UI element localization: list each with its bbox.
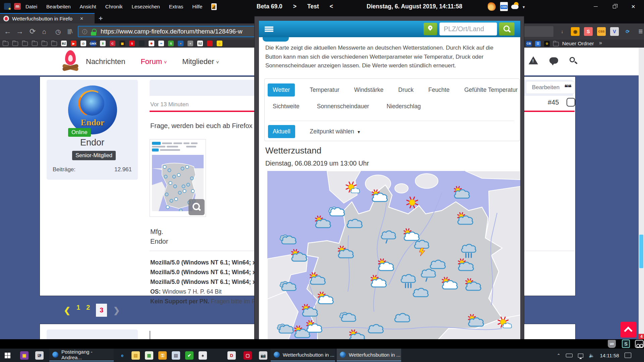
weather-icon[interactable] [511, 2, 520, 11]
v-extension-icon[interactable]: V [610, 27, 619, 36]
css-extension-icon[interactable]: CSS [597, 27, 606, 36]
taskbar-firefox-button-1[interactable]: Wetterfuchsbutton in ... [271, 349, 335, 361]
bookmark-icon[interactable]: ▦ [119, 41, 125, 46]
chevron-down-icon[interactable]: ▼ [522, 5, 526, 9]
tab-sonnenscheindauer[interactable]: Sonnenscheindauer [317, 103, 369, 110]
clock[interactable]: 14:11:58 [600, 353, 619, 358]
bookmark-icon[interactable]: ✑ [158, 41, 164, 46]
start-button[interactable] [5, 353, 10, 358]
scroll-to-top-button[interactable] [621, 322, 636, 338]
camera-icon[interactable]: 📷 [259, 351, 267, 360]
bookmarks-overflow-icon[interactable]: » [599, 40, 601, 46]
quote-icon[interactable]: ❝❝ [564, 83, 571, 92]
forward-button[interactable]: → [16, 23, 23, 40]
browser-tab[interactable]: Wetterfuchsbutton in Firefo ✕ [0, 13, 95, 23]
tab-windstärke[interactable]: Windstärke [354, 86, 384, 94]
geolocation-button[interactable] [424, 23, 437, 35]
scroll-icon[interactable]: S [584, 27, 593, 36]
sync-icon[interactable]: ⟳ [623, 27, 632, 36]
bookmark-icon[interactable] [139, 41, 145, 46]
check-icon[interactable]: ✔ [185, 351, 194, 360]
hamburger-menu-icon[interactable] [265, 26, 273, 32]
minimize-button[interactable] [588, 0, 603, 13]
tab-gefühlte-temperatur[interactable]: Gefühlte Temperatur [464, 86, 518, 94]
folder-icon[interactable] [12, 42, 18, 46]
site-info-icon[interactable]: i [82, 29, 87, 34]
edit-button[interactable]: Bearbeiten ❝❝ [526, 81, 575, 94]
menu-lesezeichen[interactable]: Lesezeichen [131, 4, 160, 9]
post-number[interactable]: #45 [548, 99, 559, 106]
menu-datei[interactable]: Datei [25, 4, 37, 9]
tray-chevron-icon[interactable]: ⌃ [557, 353, 560, 358]
close-button[interactable]: ✕ [626, 0, 641, 13]
taskbar-firefox-button-2[interactable]: Wetterfuchsbutton in ... [337, 349, 401, 361]
tab-wetter[interactable]: Wetter [268, 83, 295, 97]
post-thumbnail[interactable] [150, 139, 206, 217]
chat-icon[interactable] [549, 57, 558, 64]
tab-druck[interactable]: Druck [398, 86, 414, 94]
folder-icon[interactable] [42, 42, 47, 46]
campfire-logo[interactable] [62, 50, 79, 74]
cards-icon[interactable]: ♠ [199, 351, 207, 360]
aktuell-button[interactable]: Aktuell [268, 125, 295, 138]
page-2[interactable]: 2 [86, 304, 90, 317]
page-1[interactable]: 1 [76, 304, 80, 317]
forum-nav-mitglieder[interactable]: Mitglieder˅ [182, 57, 219, 66]
tab-close-icon[interactable]: ✕ [80, 16, 84, 21]
tab-temperatur[interactable]: Temperatur [310, 86, 339, 94]
bookmark-icon[interactable]: BZ [61, 41, 67, 46]
action-center-icon[interactable] [625, 353, 631, 358]
page-3[interactable]: 3 [96, 304, 107, 317]
bookmark-icon[interactable]: ● [187, 41, 193, 46]
forum-search-icon[interactable] [570, 57, 575, 62]
username[interactable]: Endor [47, 137, 138, 148]
bookmark-icon[interactable]: ■ [207, 41, 213, 46]
taskbar-thunderbird-button[interactable]: Posteingang - Andrea... [49, 349, 114, 361]
keepass-icon[interactable]: ⚿ [158, 351, 167, 360]
bookmark-icon[interactable]: ● [178, 41, 183, 46]
bookmark-icon[interactable]: S [168, 41, 174, 46]
bookmark-icon[interactable]: S [129, 41, 135, 46]
explorer-icon[interactable]: ▤ [131, 351, 140, 360]
next-page-icon[interactable]: ❯ [113, 306, 120, 315]
d-icon[interactable]: D [227, 351, 236, 360]
folder-icon[interactable] [553, 42, 559, 46]
folder-icon[interactable] [32, 42, 38, 46]
bookmark-icon[interactable]: @ [80, 41, 86, 46]
zoom-icon[interactable] [189, 199, 205, 215]
notepad-icon[interactable]: ▤ [172, 351, 180, 360]
bookmark-icon[interactable]: C [110, 41, 115, 46]
colorful-app-icon[interactable]: ▣ [20, 351, 29, 360]
library-button[interactable]: |||\ [67, 23, 72, 40]
bookmark-icon[interactable]: SZ [197, 41, 203, 46]
forum-nav-nachrichten[interactable]: Nachrichten [86, 57, 125, 66]
menu-ansicht[interactable]: Ansicht [80, 4, 96, 9]
post-checkbox[interactable] [567, 98, 575, 107]
alert-icon[interactable] [529, 56, 538, 64]
tab-feuchte[interactable]: Feuchte [428, 86, 449, 94]
folder-icon[interactable] [22, 42, 28, 46]
forum-nav-forum[interactable]: Forum˅ [141, 57, 167, 66]
menu-bearbeiten[interactable]: Bearbeiten [46, 4, 71, 9]
home-button[interactable]: ⌂ [42, 23, 46, 40]
notes-icon[interactable]: ▦ [145, 351, 153, 360]
prev-page-icon[interactable]: ❮ [64, 306, 70, 315]
restore-button[interactable] [607, 0, 622, 13]
location-search-input[interactable]: PLZ/Ort/Land [439, 22, 497, 36]
folder-icon[interactable] [51, 42, 57, 46]
tab-sichtweite[interactable]: Sichtweite [273, 103, 300, 110]
menu-chronik[interactable]: Chronik [105, 4, 123, 9]
new-tab-button[interactable]: + [99, 14, 103, 22]
download-icon[interactable]: ↓ [558, 27, 567, 36]
css-file-icon[interactable] [500, 2, 508, 11]
back-button[interactable]: ← [4, 23, 11, 40]
ublock-icon[interactable]: uo [608, 340, 616, 348]
avatar[interactable]: Endor [68, 85, 117, 134]
menu-icon[interactable]: ☰ [636, 27, 644, 36]
menu-extras[interactable]: Extras [169, 4, 183, 9]
edge-icon[interactable]: e [118, 351, 126, 360]
bookmark-icon[interactable]: ☺ [217, 41, 222, 46]
history-button[interactable]: ◷ [55, 23, 61, 40]
bookmark-icon[interactable]: ⬇ [100, 41, 106, 46]
folder-icon[interactable] [3, 42, 8, 46]
